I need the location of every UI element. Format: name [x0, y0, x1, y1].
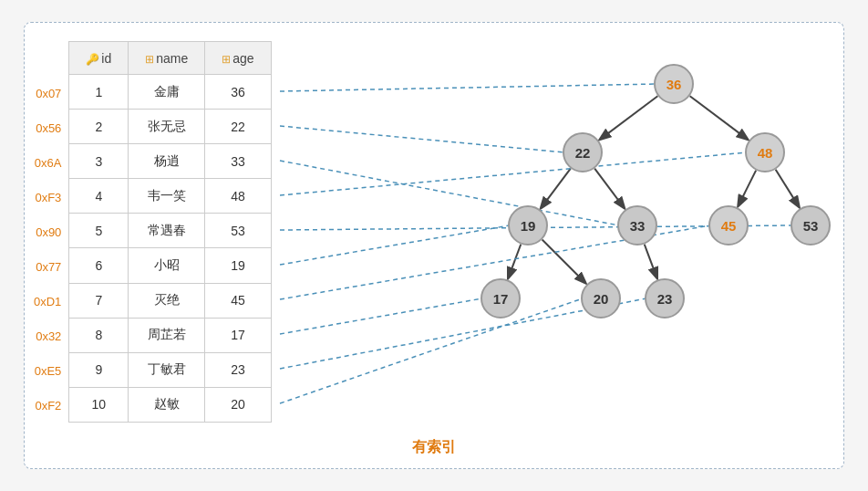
cell-id: 1: [69, 75, 129, 110]
svg-line-12: [600, 96, 657, 139]
cell-name: 金庸: [129, 75, 205, 110]
table-row: 1金庸36: [69, 75, 271, 110]
cell-id: 9: [69, 352, 129, 387]
address-column: 0x070x560x6A0xF30x900x770xD10x320xE50xF2: [34, 41, 68, 423]
index-label: 有索引: [412, 438, 456, 457]
address-cell: 0xF3: [34, 180, 68, 214]
cell-id: 10: [69, 387, 129, 422]
tree-node: 45: [708, 205, 749, 246]
svg-line-19: [542, 240, 585, 283]
cell-age: 36: [205, 75, 271, 110]
address-cell: 0xE5: [34, 353, 68, 388]
cell-age: 17: [205, 318, 271, 352]
cell-age: 20: [205, 387, 271, 422]
cell-name: 小昭: [129, 248, 205, 283]
tree-node: 23: [645, 278, 685, 319]
table-row: 10赵敏20: [69, 387, 271, 422]
data-table: 🔑id⊞name⊞age1金庸362张无忌223杨逍334韦一笑485常遇春53…: [68, 41, 271, 423]
cell-id: 4: [69, 179, 129, 214]
address-cell: 0x32: [34, 319, 68, 353]
main-container: 0x070x560x6A0xF30x900x770xD10x320xE50xF2…: [24, 22, 844, 469]
cell-name: 丁敏君: [129, 352, 205, 387]
cell-age: 45: [205, 283, 271, 318]
cell-age: 48: [205, 179, 271, 214]
table-row: 7灭绝45: [69, 283, 271, 318]
cell-name: 周芷若: [129, 318, 205, 352]
tree-node: 17: [480, 278, 521, 319]
table-row: 8周芷若17: [69, 318, 271, 352]
table-row: 9丁敏君23: [69, 352, 271, 387]
tree-node: 19: [508, 205, 548, 246]
table-row: 6小昭19: [69, 248, 271, 283]
svg-line-13: [690, 96, 748, 139]
table-row: 3杨逍33: [69, 144, 271, 179]
svg-line-17: [776, 170, 800, 207]
tree-node: 48: [745, 132, 785, 172]
table-row: 4韦一笑48: [69, 179, 271, 214]
cell-name: 赵敏: [129, 387, 205, 422]
tree-node: 33: [617, 205, 657, 246]
cell-age: 23: [205, 352, 271, 387]
tree-node: 22: [563, 132, 603, 172]
cell-age: 22: [205, 110, 271, 144]
table-header: 🔑id: [69, 42, 129, 75]
svg-line-14: [541, 169, 570, 208]
address-cell: 0x77: [34, 249, 68, 284]
cell-id: 3: [69, 144, 129, 179]
table-row: 2张无忌22: [69, 110, 271, 144]
cell-name: 杨逍: [129, 144, 205, 179]
address-cell: 0xF2: [34, 388, 68, 423]
cell-name: 常遇春: [129, 214, 205, 248]
cell-id: 2: [69, 110, 129, 144]
cell-name: 灭绝: [129, 283, 205, 318]
cell-age: 19: [205, 248, 271, 283]
cell-age: 33: [205, 144, 271, 179]
svg-line-15: [594, 169, 624, 208]
cell-id: 5: [69, 214, 129, 248]
cell-id: 7: [69, 283, 129, 318]
svg-line-20: [645, 245, 657, 278]
address-cell: 0x90: [34, 214, 68, 249]
svg-line-16: [739, 171, 756, 206]
tree-node: 53: [790, 205, 831, 246]
address-cell: 0x56: [34, 110, 68, 145]
tree-area: 36224819334553172023: [444, 37, 827, 420]
svg-line-18: [508, 245, 521, 278]
table-header: ⊞name: [129, 42, 205, 75]
tree-node: 20: [581, 278, 621, 319]
table-row: 5常遇春53: [69, 214, 271, 248]
cell-age: 53: [205, 214, 271, 248]
left-panel: 0x070x560x6A0xF30x900x770xD10x320xE50xF2…: [34, 41, 272, 423]
tree-node: 36: [654, 64, 694, 104]
table-header: ⊞age: [205, 42, 271, 75]
address-cell: 0x6A: [34, 145, 68, 180]
cell-id: 6: [69, 248, 129, 283]
cell-name: 韦一笑: [129, 179, 205, 214]
cell-id: 8: [69, 318, 129, 352]
address-cell: 0x07: [34, 76, 68, 110]
cell-name: 张无忌: [129, 110, 205, 144]
address-cell: 0xD1: [34, 284, 68, 319]
